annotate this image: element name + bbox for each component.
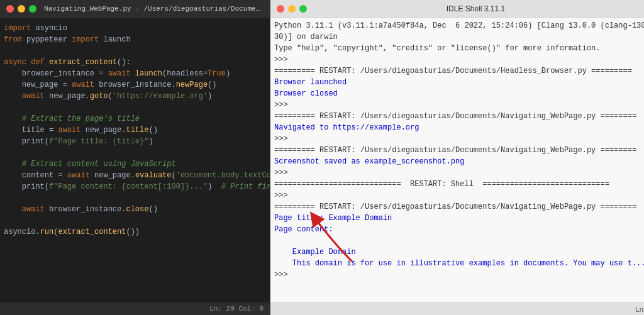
code-line: await new_page.goto('https://example.org… bbox=[4, 91, 266, 102]
shell-restart-line: ========= RESTART: /Users/diegoasturias/… bbox=[274, 65, 644, 77]
shell-output-line: Page content: bbox=[274, 224, 644, 235]
minimize-button[interactable] bbox=[18, 5, 25, 13]
code-line: import asyncio bbox=[4, 23, 266, 34]
shell-prompt: >>> bbox=[274, 190, 644, 201]
shell-output-line: Browser closed bbox=[274, 88, 644, 99]
shell-output-line: Screenshot saved as example_screenshot.p… bbox=[274, 156, 644, 167]
code-line bbox=[4, 192, 266, 204]
shell-statusbar: Ln: 22 Col: 0 bbox=[270, 302, 644, 315]
close-button[interactable] bbox=[6, 5, 14, 13]
shell-minimize-button[interactable] bbox=[288, 5, 296, 13]
code-line: content = await new_page.evaluate('docum… bbox=[4, 170, 266, 181]
shell-output-line: Example Domain bbox=[274, 246, 644, 258]
editor-titlebar: Navigating_WebPage.py - /Users/diegoastu… bbox=[0, 0, 270, 18]
shell-traffic-lights bbox=[277, 5, 307, 13]
maximize-button[interactable] bbox=[29, 5, 36, 13]
shell-restart-line: ========= RESTART: /Users/diegoasturias/… bbox=[274, 145, 644, 156]
shell-restart-line: ========= RESTART: /Users/diegoasturias/… bbox=[274, 111, 644, 122]
code-line: from pyppeteer import launch bbox=[4, 34, 266, 45]
shell-output-line: This domain is for use in illustrative e… bbox=[274, 258, 644, 269]
shell-restart-line: ========= RESTART: /Users/diegoasturias/… bbox=[274, 201, 644, 213]
shell-blank-line bbox=[274, 235, 644, 246]
shell-output-line: Page title: Example Domain bbox=[274, 213, 644, 224]
code-line bbox=[4, 147, 266, 158]
code-line bbox=[4, 215, 266, 226]
shell-panel: IDLE Shell 3.11.1 Python 3.11.1 (v3.11.1… bbox=[270, 0, 644, 315]
shell-line: Python 3.11.1 (v3.11.1:a7a450f84a, Dec 6… bbox=[274, 20, 644, 31]
code-line bbox=[4, 45, 266, 57]
shell-output-line: Browser launched bbox=[274, 77, 644, 88]
shell-prompt: >>> bbox=[274, 269, 644, 280]
shell-close-button[interactable] bbox=[277, 5, 284, 13]
editor-traffic-lights bbox=[6, 5, 36, 13]
code-line bbox=[4, 102, 266, 113]
code-line: title = await new_page.title() bbox=[4, 124, 266, 136]
shell-title: IDLE Shell 3.11.1 bbox=[447, 4, 505, 13]
editor-content[interactable]: import asyncio from pyppeteer import lau… bbox=[0, 18, 270, 302]
shell-prompt: >>> bbox=[274, 133, 644, 145]
code-line: asyncio.run(extract_content()) bbox=[4, 226, 266, 238]
code-line: print(f"Page content: {content[:100]}...… bbox=[4, 181, 266, 192]
shell-content[interactable]: Python 3.11.1 (v3.11.1:a7a450f84a, Dec 6… bbox=[270, 18, 644, 302]
editor-ln-col: Ln: 20 Col: 0 bbox=[209, 305, 264, 312]
shell-prompt: >>> bbox=[274, 99, 644, 111]
shell-restart-line: ============================ RESTART: Sh… bbox=[274, 179, 644, 190]
code-line: # Extract content using JavaScript bbox=[4, 158, 266, 170]
code-line: await browser_instance.close() bbox=[4, 204, 266, 215]
editor-panel: Navigating_WebPage.py - /Users/diegoastu… bbox=[0, 0, 270, 315]
shell-output-line: Navigated to https://example.org bbox=[274, 122, 644, 133]
editor-statusbar: Ln: 20 Col: 0 bbox=[0, 302, 270, 315]
shell-line: Type "help", "copyright", "credits" or "… bbox=[274, 43, 644, 54]
shell-line: 30)] on darwin bbox=[274, 31, 644, 43]
code-line: new_page = await browser_instance.newPag… bbox=[4, 79, 266, 91]
code-line: async def extract_content(): bbox=[4, 57, 266, 68]
shell-maximize-button[interactable] bbox=[299, 5, 307, 13]
code-line: # Extract the page's title bbox=[4, 113, 266, 124]
shell-titlebar: IDLE Shell 3.11.1 bbox=[270, 0, 644, 18]
shell-ln-col: Ln: 22 Col: 0 bbox=[636, 306, 644, 313]
shell-prompt: >>> bbox=[274, 54, 644, 65]
shell-prompt: >>> bbox=[274, 167, 644, 179]
code-line: browser_instance = await launch(headless… bbox=[4, 68, 266, 79]
code-line: print(f"Page title: {title}") bbox=[4, 136, 266, 147]
editor-title: Navigating_WebPage.py - /Users/diegoastu… bbox=[44, 5, 264, 13]
